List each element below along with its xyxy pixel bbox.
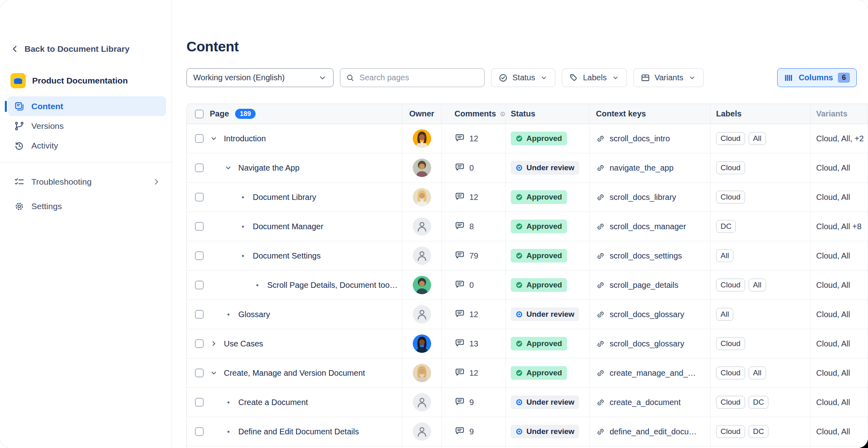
- approved-check-icon: [516, 223, 523, 230]
- variants-value: Cloud, All: [816, 310, 850, 319]
- context-key[interactable]: create_a_document: [610, 398, 681, 407]
- comment-icon: [454, 279, 465, 291]
- context-key[interactable]: scroll_docs_glossary: [610, 339, 684, 348]
- context-key[interactable]: navigate_the_app: [610, 163, 674, 173]
- label-chip[interactable]: All: [716, 308, 733, 321]
- under-review-dot-icon: [516, 399, 523, 406]
- row-checkbox[interactable]: [195, 310, 204, 319]
- approved-check-icon: [516, 135, 523, 142]
- under-review-dot-icon: [516, 164, 523, 171]
- row-checkbox[interactable]: [195, 369, 204, 377]
- variants-value: Cloud, All, +2: [816, 134, 864, 143]
- row-checkbox[interactable]: [195, 134, 204, 143]
- label-chip[interactable]: All: [716, 249, 733, 262]
- version-select[interactable]: Working version (English): [186, 68, 334, 87]
- variants-value: Cloud, All: [816, 251, 850, 261]
- info-icon[interactable]: [500, 110, 506, 118]
- page-title-link[interactable]: Define and Edit Document Details: [238, 427, 359, 436]
- sidebar-item-troubleshooting[interactable]: Troubleshooting: [8, 172, 166, 192]
- sidebar-item-activity[interactable]: Activity: [8, 136, 166, 155]
- label-chip[interactable]: Cloud: [716, 161, 745, 174]
- label-chip[interactable]: Cloud: [716, 279, 745, 291]
- variants-filter-label: Variants: [655, 73, 684, 82]
- label-chip[interactable]: DC: [749, 396, 768, 409]
- bullet-icon: [253, 284, 262, 286]
- row-checkbox[interactable]: [195, 163, 204, 172]
- page-title-link[interactable]: Introduction: [224, 134, 266, 143]
- chevron-down-icon[interactable]: [224, 164, 233, 172]
- sidebar-item-label: Troubleshooting: [31, 177, 92, 187]
- row-checkbox[interactable]: [195, 339, 204, 348]
- row-checkbox[interactable]: [195, 222, 204, 231]
- chevron-down-icon[interactable]: [209, 134, 218, 143]
- user-avatar: [413, 334, 431, 353]
- label-chip[interactable]: DC: [749, 425, 768, 438]
- placeholder-avatar: [413, 393, 431, 411]
- context-key[interactable]: scroll_docs_library: [610, 193, 676, 202]
- page-title-link[interactable]: Glossary: [238, 310, 270, 319]
- table-header: Page 189 Owner Comments Status Context k…: [187, 104, 868, 124]
- label-chip[interactable]: Cloud: [716, 337, 745, 350]
- page-title-link[interactable]: Use Cases: [224, 339, 263, 348]
- comment-count: 12: [469, 193, 478, 202]
- branch-icon: [14, 120, 25, 131]
- placeholder-avatar: [413, 246, 431, 265]
- back-to-document-library-link[interactable]: Back to Document Library: [10, 44, 129, 54]
- page-title-link[interactable]: Scroll Page Details, Document too…: [267, 281, 398, 290]
- select-all-checkbox[interactable]: [195, 110, 204, 118]
- label-chip[interactable]: Cloud: [716, 425, 745, 438]
- status-badge: Approved: [511, 220, 567, 233]
- row-checkbox[interactable]: [195, 251, 204, 260]
- labels-filter-button[interactable]: Labels: [562, 68, 627, 87]
- sidebar-item-settings[interactable]: Settings: [8, 196, 166, 216]
- context-key[interactable]: create_manage_and_…: [610, 369, 696, 378]
- context-key[interactable]: scroll_page_details: [610, 281, 678, 290]
- row-checkbox[interactable]: [195, 193, 204, 202]
- column-header-context-keys: Context keys: [596, 109, 646, 118]
- bullet-icon: [224, 431, 233, 433]
- page-title-link[interactable]: Document Settings: [253, 251, 321, 261]
- label-chip[interactable]: All: [749, 132, 766, 145]
- page-title-link[interactable]: Create a Document: [238, 398, 308, 407]
- comment-icon: [454, 396, 465, 408]
- page-title-link[interactable]: Document Library: [253, 193, 316, 202]
- label-chip[interactable]: Cloud: [716, 132, 745, 145]
- page-title-link[interactable]: Document Manager: [253, 222, 323, 231]
- column-header-labels: Labels: [716, 109, 741, 118]
- search-input[interactable]: [360, 73, 479, 82]
- chevron-down-icon: [318, 73, 327, 82]
- chevron-down-icon: [611, 73, 620, 82]
- status-badge: Under review: [511, 307, 579, 321]
- context-key[interactable]: scroll_docs_glossary: [610, 310, 684, 319]
- status-badge: Approved: [511, 249, 567, 263]
- variants-filter-button[interactable]: Variants: [633, 68, 704, 87]
- label-chip[interactable]: DC: [716, 220, 736, 233]
- context-key[interactable]: scroll_docs_manager: [610, 222, 686, 231]
- column-header-variants: Variants: [816, 109, 848, 118]
- table-row: Navigate the App0Under reviewnavigate_th…: [187, 153, 868, 183]
- link-icon: [596, 251, 605, 261]
- comment-icon: [454, 220, 465, 232]
- page-title-link[interactable]: Navigate the App: [238, 163, 299, 173]
- comment-icon: [454, 162, 465, 174]
- label-chip[interactable]: Cloud: [716, 191, 745, 204]
- context-key[interactable]: scroll_docs_settings: [610, 251, 682, 261]
- chevron-right-icon[interactable]: [209, 340, 218, 348]
- sidebar-item-content[interactable]: Content: [8, 96, 166, 116]
- label-chip[interactable]: Cloud: [716, 367, 745, 379]
- page-title-link[interactable]: Create, Manage and Version Document: [224, 369, 365, 378]
- status-filter-button[interactable]: Status: [491, 68, 555, 87]
- label-chip[interactable]: All: [749, 279, 766, 291]
- context-key[interactable]: define_and_edit_docu…: [610, 427, 697, 436]
- chevron-down-icon[interactable]: [209, 369, 218, 377]
- columns-button[interactable]: Columns 6: [777, 68, 857, 87]
- table-row: Scroll Page Details, Document too…0Appro…: [187, 271, 868, 300]
- label-chip[interactable]: Cloud: [716, 396, 745, 409]
- user-avatar: [413, 276, 431, 294]
- sidebar-item-versions[interactable]: Versions: [8, 116, 166, 136]
- row-checkbox[interactable]: [195, 427, 204, 436]
- row-checkbox[interactable]: [195, 281, 204, 289]
- row-checkbox[interactable]: [195, 398, 204, 407]
- label-chip[interactable]: All: [749, 367, 766, 379]
- context-key[interactable]: scroll_docs_intro: [610, 134, 670, 143]
